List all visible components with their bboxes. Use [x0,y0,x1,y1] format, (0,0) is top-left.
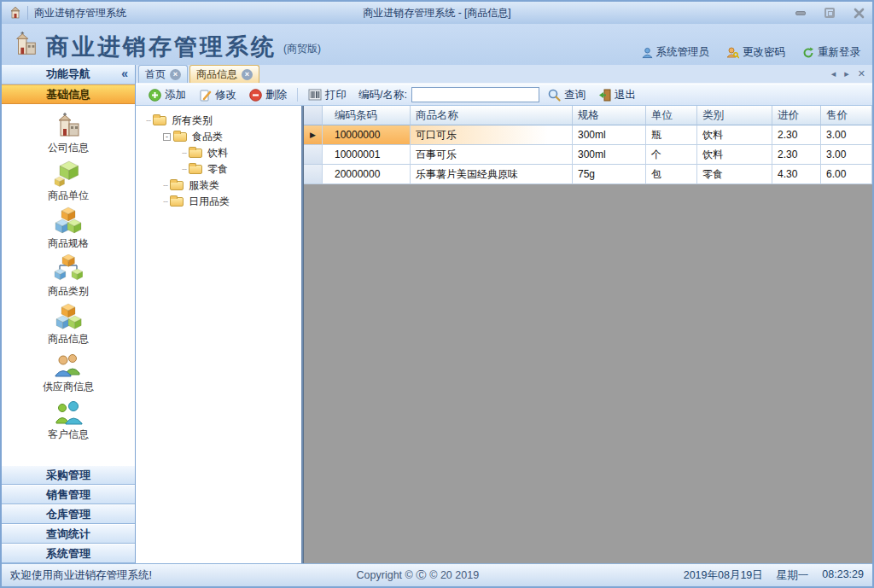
column-header-purchase-price[interactable]: 进价 [772,106,821,125]
cell-category: 饮料 [697,145,772,165]
sidebar-section-query-stats[interactable]: 查询统计 [2,524,135,544]
section-label: 系统管理 [46,546,90,562]
close-button[interactable] [852,7,865,19]
tab-scroll-left-icon[interactable]: ◂ [831,68,836,79]
cell-code: 10000001 [323,145,411,165]
sidebar-section-warehouse[interactable]: 仓库管理 [2,504,135,524]
tab-scroll-right-icon[interactable]: ▸ [844,68,849,79]
tab-label: 首页 [145,67,166,82]
cell-category: 饮料 [697,125,772,145]
tab-home[interactable]: 首页 × [138,65,188,83]
cell-name: 乐事薯片美国经典原味 [411,165,573,184]
tree-item-label: 食品类 [192,130,223,144]
tab-close-icon[interactable]: × [170,69,181,80]
tab-product-info[interactable]: 商品信息 × [189,65,259,83]
column-header-category[interactable]: 类别 [697,106,772,125]
folder-icon [170,181,184,190]
toolbar: 添加 修改 删除 [136,84,872,106]
company-logo-icon [12,30,39,59]
admin-user-icon [642,47,653,59]
column-header-sale-price[interactable]: 售价 [821,106,872,125]
app-title: 商业进销存管理系统 [46,36,277,59]
user-links: 系统管理员 更改密码 重新登录 [642,45,861,60]
edit-label: 修改 [215,88,236,102]
section-label: 仓库管理 [46,507,90,522]
folder-icon [189,148,202,158]
status-copyright: Copyright © Ⓒ © 20 2019 [152,568,684,583]
status-bar: 欢迎使用商业进销存管理系统! Copyright © Ⓒ © 20 2019 2… [2,563,872,586]
sidebar-section-system[interactable]: 系统管理 [2,544,135,563]
column-header-spec[interactable]: 规格 [573,106,646,125]
print-button[interactable]: 打印 [304,86,351,104]
query-button[interactable]: 查询 [544,86,590,104]
tree-item-clothing[interactable]: ┄ 服装类 [143,178,301,194]
column-header-name[interactable]: 商品名称 [411,106,573,125]
cell-sale-price: 3.00 [821,125,872,145]
change-password-link[interactable]: 更改密码 [726,45,785,60]
table-row[interactable]: 10000001 百事可乐 300ml 个 饮料 2.30 3.00 [304,145,872,165]
sidebar-item-product-unit[interactable]: 商品单位 [48,159,89,203]
sidebar-item-label: 商品规格 [48,236,89,251]
tree-item-snacks[interactable]: ┄ 零食 [143,161,301,178]
status-welcome: 欢迎使用商业进销存管理系统! [10,568,152,583]
sidebar-item-product-spec[interactable]: 商品规格 [48,207,89,251]
app-edition: (商贸版) [283,42,321,59]
restore-icon [824,8,835,18]
window-caption: 商业进销存管理系统 - [商品信息] [2,6,872,20]
sidebar-item-label: 商品单位 [48,189,89,203]
search-input[interactable] [411,87,539,102]
minimize-button[interactable] [794,7,807,19]
cell-purchase-price: 2.30 [772,145,821,165]
sidebar-item-product-category[interactable]: 商品类别 [48,254,89,299]
status-date: 2019年08月19日 [684,568,763,583]
add-icon [149,89,161,102]
add-label: 添加 [165,88,186,102]
cell-purchase-price: 4.30 [772,165,821,184]
tree-item-daily-goods[interactable]: ┄ 日用品类 [143,194,301,210]
tab-label: 商品信息 [196,67,237,82]
column-header-code[interactable]: 编码条码 [323,106,411,125]
exit-button[interactable]: 退出 [594,86,640,104]
sidebar-item-customer-info[interactable]: 客户信息 [48,398,89,442]
brand: 商业进销存管理系统 (商贸版) [12,30,321,59]
folder-icon [170,197,184,207]
sidebar-section-purchase[interactable]: 采购管理 [2,465,135,485]
cell-code: 10000000 [323,125,411,145]
cell-purchase-price: 2.30 [772,125,821,145]
query-label: 查询 [564,88,586,102]
tab-strip-close-icon[interactable]: ✕ [858,68,865,79]
cell-spec: 300ml [573,145,646,165]
sidebar-title: 功能导航 « [2,65,135,84]
edit-button[interactable]: 修改 [195,86,241,104]
tree-item-all-categories[interactable]: ┄ 所有类别 [143,113,301,129]
app-window: 商业进销存管理系统 商业进销存管理系统 - [商品信息] [0,0,874,588]
tab-close-icon[interactable]: × [242,69,253,80]
delete-button[interactable]: 删除 [245,86,291,104]
tree-collapse-icon[interactable]: - [163,133,171,141]
sidebar-section-sales[interactable]: 销售管理 [2,485,135,504]
add-button[interactable]: 添加 [144,86,190,104]
folder-icon [189,165,202,174]
sidebar-item-product-info[interactable]: 商品信息 [48,302,89,346]
table-row[interactable]: 20000000 乐事薯片美国经典原味 75g 包 零食 4.30 6.00 [304,165,872,184]
sidebar-item-supplier-info[interactable]: 供应商信息 [43,350,94,394]
tree-item-drinks[interactable]: ┄ 饮料 [143,145,301,161]
column-header-unit[interactable]: 单位 [646,106,697,125]
row-selector-cell [304,145,323,165]
search-label: 编码/名称: [358,88,407,102]
cell-name: 可口可乐 [411,125,573,145]
grid-header-row: 编码条码 商品名称 规格 单位 类别 进价 售价 [304,106,872,125]
table-row[interactable]: ▶ 10000000 可口可乐 300ml 瓶 饮料 2.30 3.00 [304,125,872,145]
sidebar-item-company-info[interactable]: 公司信息 [48,111,89,155]
tree-item-food[interactable]: - 食品类 [143,129,301,145]
tab-strip-controls: ◂ ▸ ✕ [831,68,865,79]
admin-user-link[interactable]: 系统管理员 [642,45,710,60]
sidebar-section-basic-info[interactable]: 基础信息 [2,84,135,104]
sidebar-collapse-button[interactable]: « [121,67,128,80]
workspace: 首页 × 商品信息 × ◂ ▸ ✕ [136,65,872,563]
cell-sale-price: 3.00 [821,145,872,165]
restore-button[interactable] [823,7,836,19]
product-grid: 编码条码 商品名称 规格 单位 类别 进价 售价 ▶ 10000000 可口可乐… [303,106,872,563]
relogin-link[interactable]: 重新登录 [802,45,860,60]
cell-name: 百事可乐 [411,145,573,165]
